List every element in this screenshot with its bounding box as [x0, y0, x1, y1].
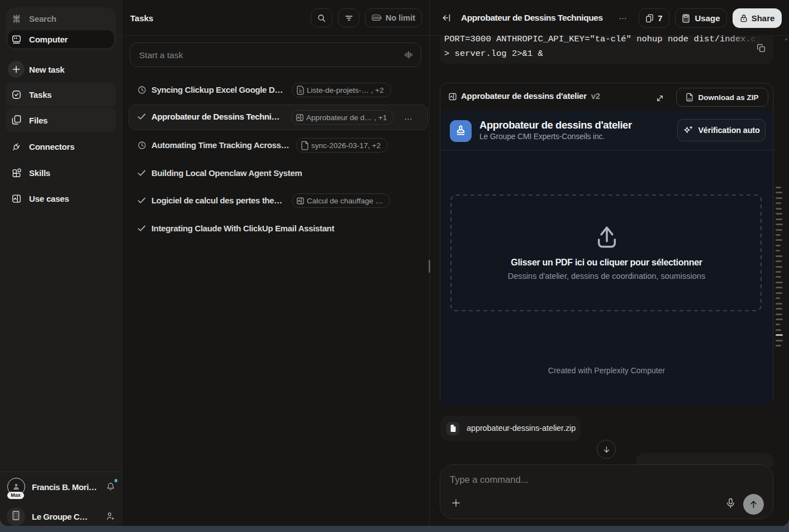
svg-text:ZIP: ZIP — [688, 98, 692, 101]
